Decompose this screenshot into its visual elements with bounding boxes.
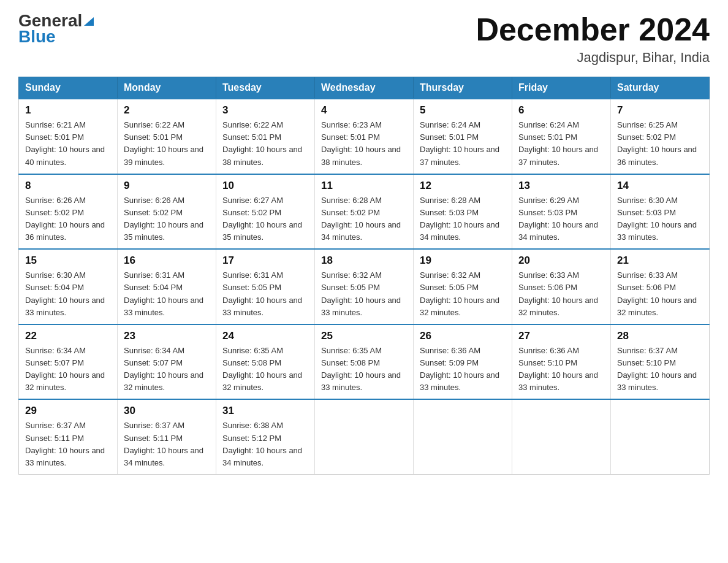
day-number: 27: [518, 330, 604, 342]
day-number: 17: [222, 255, 308, 267]
day-info: Sunrise: 6:23 AMSunset: 5:01 PMDaylight:…: [321, 119, 407, 169]
month-title: December 2024: [476, 12, 710, 47]
day-info: Sunrise: 6:34 AMSunset: 5:07 PMDaylight:…: [25, 345, 111, 394]
calendar-cell: [414, 399, 512, 474]
calendar-cell: 7Sunrise: 6:25 AMSunset: 5:02 PMDaylight…: [611, 99, 710, 174]
day-number: 14: [617, 180, 703, 192]
day-number: 26: [420, 330, 506, 342]
calendar-week-row: 15Sunrise: 6:30 AMSunset: 5:04 PMDayligh…: [19, 249, 710, 324]
calendar-week-row: 29Sunrise: 6:37 AMSunset: 5:11 PMDayligh…: [19, 399, 710, 474]
calendar-cell: 12Sunrise: 6:28 AMSunset: 5:03 PMDayligh…: [414, 174, 512, 250]
calendar-cell: 14Sunrise: 6:30 AMSunset: 5:03 PMDayligh…: [611, 174, 710, 250]
day-info: Sunrise: 6:26 AMSunset: 5:02 PMDaylight:…: [25, 194, 111, 244]
page-header: General Blue December 2024 Jagdispur, Bi…: [18, 12, 710, 66]
calendar-cell: 6Sunrise: 6:24 AMSunset: 5:01 PMDaylight…: [512, 99, 611, 174]
calendar-week-row: 8Sunrise: 6:26 AMSunset: 5:02 PMDaylight…: [19, 174, 710, 250]
calendar-cell: 11Sunrise: 6:28 AMSunset: 5:02 PMDayligh…: [315, 174, 414, 250]
logo-area: General Blue: [18, 12, 94, 47]
day-number: 13: [518, 180, 604, 192]
logo-blue-text: Blue: [18, 27, 56, 47]
calendar-header: SundayMondayTuesdayWednesdayThursdayFrid…: [19, 77, 710, 99]
calendar-table: SundayMondayTuesdayWednesdayThursdayFrid…: [18, 77, 710, 475]
day-number: 30: [124, 405, 210, 417]
day-number: 9: [124, 180, 210, 192]
day-number: 31: [222, 405, 308, 417]
day-info: Sunrise: 6:30 AMSunset: 5:04 PMDaylight:…: [25, 269, 111, 319]
day-info: Sunrise: 6:27 AMSunset: 5:02 PMDaylight:…: [222, 194, 308, 244]
day-info: Sunrise: 6:24 AMSunset: 5:01 PMDaylight:…: [518, 119, 604, 169]
day-info: Sunrise: 6:21 AMSunset: 5:01 PMDaylight:…: [25, 119, 111, 169]
day-info: Sunrise: 6:36 AMSunset: 5:10 PMDaylight:…: [518, 345, 604, 394]
weekday-header-tuesday: Tuesday: [216, 77, 315, 99]
day-number: 29: [25, 405, 111, 417]
day-info: Sunrise: 6:38 AMSunset: 5:12 PMDaylight:…: [222, 419, 308, 469]
day-info: Sunrise: 6:28 AMSunset: 5:03 PMDaylight:…: [420, 194, 506, 244]
calendar-cell: 2Sunrise: 6:22 AMSunset: 5:01 PMDaylight…: [118, 99, 216, 174]
calendar-cell: 22Sunrise: 6:34 AMSunset: 5:07 PMDayligh…: [19, 324, 118, 400]
day-info: Sunrise: 6:28 AMSunset: 5:02 PMDaylight:…: [321, 194, 407, 244]
weekday-header-sunday: Sunday: [19, 77, 118, 99]
day-info: Sunrise: 6:37 AMSunset: 5:11 PMDaylight:…: [124, 419, 210, 469]
weekday-header-thursday: Thursday: [414, 77, 512, 99]
day-info: Sunrise: 6:37 AMSunset: 5:11 PMDaylight:…: [25, 419, 111, 469]
day-number: 19: [420, 255, 506, 267]
day-info: Sunrise: 6:26 AMSunset: 5:02 PMDaylight:…: [124, 194, 210, 244]
calendar-cell: 18Sunrise: 6:32 AMSunset: 5:05 PMDayligh…: [315, 249, 414, 324]
weekday-header-wednesday: Wednesday: [315, 77, 414, 99]
day-info: Sunrise: 6:30 AMSunset: 5:03 PMDaylight:…: [617, 194, 703, 244]
calendar-cell: 4Sunrise: 6:23 AMSunset: 5:01 PMDaylight…: [315, 99, 414, 174]
title-area: December 2024 Jagdispur, Bihar, India: [476, 12, 710, 66]
day-number: 4: [321, 104, 407, 117]
day-info: Sunrise: 6:22 AMSunset: 5:01 PMDaylight:…: [124, 119, 210, 169]
calendar-body: 1Sunrise: 6:21 AMSunset: 5:01 PMDaylight…: [19, 99, 710, 474]
day-number: 12: [420, 180, 506, 192]
day-number: 2: [124, 104, 210, 117]
calendar-cell: 17Sunrise: 6:31 AMSunset: 5:05 PMDayligh…: [216, 249, 315, 324]
day-number: 5: [420, 104, 506, 117]
day-number: 18: [321, 255, 407, 267]
day-number: 6: [518, 104, 604, 117]
day-number: 20: [518, 255, 604, 267]
day-number: 21: [617, 255, 703, 267]
calendar-week-row: 1Sunrise: 6:21 AMSunset: 5:01 PMDaylight…: [19, 99, 710, 174]
weekday-header-saturday: Saturday: [611, 77, 710, 99]
day-number: 28: [617, 330, 703, 342]
calendar-cell: 13Sunrise: 6:29 AMSunset: 5:03 PMDayligh…: [512, 174, 611, 250]
day-number: 16: [124, 255, 210, 267]
day-number: 10: [222, 180, 308, 192]
calendar-cell: 27Sunrise: 6:36 AMSunset: 5:10 PMDayligh…: [512, 324, 611, 400]
calendar-cell: 31Sunrise: 6:38 AMSunset: 5:12 PMDayligh…: [216, 399, 315, 474]
calendar-cell: [512, 399, 611, 474]
calendar-cell: 15Sunrise: 6:30 AMSunset: 5:04 PMDayligh…: [19, 249, 118, 324]
calendar-week-row: 22Sunrise: 6:34 AMSunset: 5:07 PMDayligh…: [19, 324, 710, 400]
calendar-cell: 5Sunrise: 6:24 AMSunset: 5:01 PMDaylight…: [414, 99, 512, 174]
day-number: 3: [222, 104, 308, 117]
weekday-header-monday: Monday: [118, 77, 216, 99]
location-subtitle: Jagdispur, Bihar, India: [476, 50, 710, 66]
calendar-cell: [611, 399, 710, 474]
day-info: Sunrise: 6:36 AMSunset: 5:09 PMDaylight:…: [420, 345, 506, 394]
day-number: 7: [617, 104, 703, 117]
day-info: Sunrise: 6:37 AMSunset: 5:10 PMDaylight:…: [617, 345, 703, 394]
calendar-cell: 8Sunrise: 6:26 AMSunset: 5:02 PMDaylight…: [19, 174, 118, 250]
calendar-cell: 28Sunrise: 6:37 AMSunset: 5:10 PMDayligh…: [611, 324, 710, 400]
day-info: Sunrise: 6:33 AMSunset: 5:06 PMDaylight:…: [617, 269, 703, 319]
day-number: 25: [321, 330, 407, 342]
calendar-cell: 20Sunrise: 6:33 AMSunset: 5:06 PMDayligh…: [512, 249, 611, 324]
calendar-cell: 26Sunrise: 6:36 AMSunset: 5:09 PMDayligh…: [414, 324, 512, 400]
calendar-cell: 23Sunrise: 6:34 AMSunset: 5:07 PMDayligh…: [118, 324, 216, 400]
day-info: Sunrise: 6:33 AMSunset: 5:06 PMDaylight:…: [518, 269, 604, 319]
calendar-cell: 21Sunrise: 6:33 AMSunset: 5:06 PMDayligh…: [611, 249, 710, 324]
calendar-cell: 29Sunrise: 6:37 AMSunset: 5:11 PMDayligh…: [19, 399, 118, 474]
logo-arrow-icon: [84, 15, 94, 28]
day-info: Sunrise: 6:35 AMSunset: 5:08 PMDaylight:…: [321, 345, 407, 394]
calendar-cell: 30Sunrise: 6:37 AMSunset: 5:11 PMDayligh…: [118, 399, 216, 474]
day-number: 23: [124, 330, 210, 342]
calendar-cell: 3Sunrise: 6:22 AMSunset: 5:01 PMDaylight…: [216, 99, 315, 174]
day-info: Sunrise: 6:32 AMSunset: 5:05 PMDaylight:…: [420, 269, 506, 319]
calendar-cell: 24Sunrise: 6:35 AMSunset: 5:08 PMDayligh…: [216, 324, 315, 400]
day-number: 24: [222, 330, 308, 342]
weekday-header-row: SundayMondayTuesdayWednesdayThursdayFrid…: [19, 77, 710, 99]
calendar-cell: 1Sunrise: 6:21 AMSunset: 5:01 PMDaylight…: [19, 99, 118, 174]
calendar-cell: 10Sunrise: 6:27 AMSunset: 5:02 PMDayligh…: [216, 174, 315, 250]
